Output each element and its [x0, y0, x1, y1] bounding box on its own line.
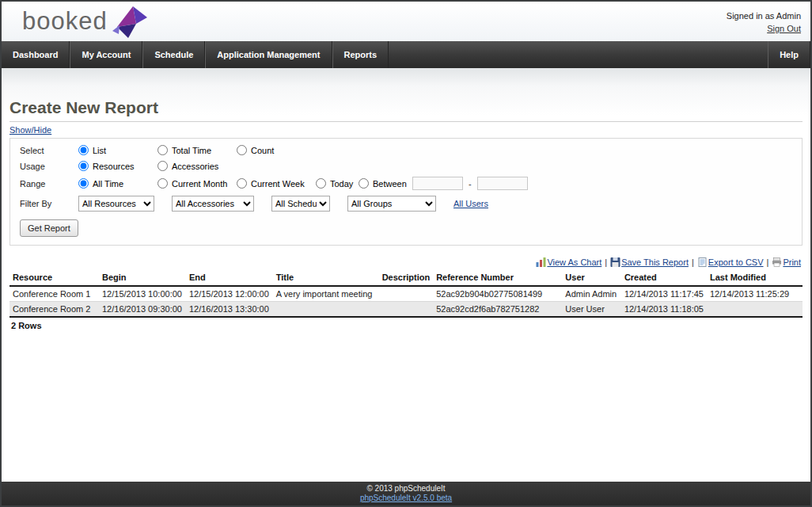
- accessories-filter-select[interactable]: All Accessories: [172, 196, 254, 212]
- cell-created: 12/14/2013 11:18:05: [621, 302, 707, 318]
- save-this-report-link[interactable]: Save This Report: [621, 257, 689, 267]
- schedules-filter-select[interactable]: All Schedules: [271, 196, 330, 212]
- col-header-last-modified: Last Modified: [707, 270, 803, 286]
- sign-out-link[interactable]: Sign Out: [767, 22, 801, 36]
- between-radio-label: Between: [373, 179, 407, 189]
- nav-item-my-account[interactable]: My Account: [70, 41, 142, 68]
- content-area: Create New Report Show/Hide Select List …: [2, 68, 810, 505]
- count-radio[interactable]: [237, 145, 247, 155]
- all-time-radio[interactable]: [78, 178, 89, 189]
- print-link[interactable]: Print: [783, 257, 801, 267]
- between-start-input[interactable]: [412, 177, 463, 190]
- cell-reference-number: 52ac92b904b02775081499: [433, 286, 562, 302]
- version-link[interactable]: phpScheduleIt v2.5.0 beta: [2, 494, 810, 502]
- nav-item-schedule[interactable]: Schedule: [142, 41, 205, 68]
- range-option-all-time[interactable]: All Time: [78, 178, 157, 189]
- count-radio-label: Count: [251, 146, 274, 155]
- select-option-count[interactable]: Count: [237, 145, 316, 155]
- nav-item-reports[interactable]: Reports: [332, 41, 389, 68]
- col-header-begin: Begin: [99, 270, 186, 286]
- all-users-link[interactable]: All Users: [453, 199, 488, 208]
- nav-spacer: [389, 41, 768, 68]
- copyright-text: © 2013 phpScheduleIt: [2, 484, 810, 493]
- between-end-input[interactable]: [477, 177, 528, 190]
- report-results-table: Resource Begin End Title Description Ref…: [9, 270, 803, 318]
- cell-description: [379, 302, 434, 318]
- range-option-between[interactable]: Between: [359, 178, 412, 189]
- cell-begin: 12/16/2013 09:30:00: [99, 302, 186, 318]
- col-header-created: Created: [621, 270, 707, 286]
- select-option-total-time[interactable]: Total Time: [157, 145, 237, 155]
- current-month-radio-label: Current Month: [172, 179, 227, 189]
- view-as-chart-link[interactable]: View As Chart: [547, 257, 601, 267]
- action-separator: |: [767, 257, 769, 267]
- total-time-radio-label: Total Time: [172, 146, 211, 155]
- range-option-current-week[interactable]: Current Week: [237, 178, 316, 189]
- resources-filter-select[interactable]: All Resources: [78, 196, 154, 212]
- range-option-current-month[interactable]: Current Month: [157, 178, 237, 189]
- usage-label: Usage: [20, 162, 78, 171]
- table-header: Resource Begin End Title Description Ref…: [9, 270, 803, 286]
- cell-reference-number: 52ac92cd2f6ab782751282: [433, 302, 562, 318]
- report-actions-bar: View As Chart| Save This Report| Export …: [11, 257, 801, 267]
- nav-item-application-management[interactable]: Application Management: [205, 41, 332, 68]
- total-time-radio[interactable]: [157, 145, 168, 155]
- today-radio[interactable]: [316, 178, 326, 189]
- cell-resource: Conference Room 2: [9, 302, 99, 318]
- row-count-text: 2 Rows: [11, 321, 801, 330]
- cell-user: User User: [562, 302, 621, 318]
- cell-end: 12/15/2013 12:00:00: [186, 286, 273, 302]
- col-header-user: User: [562, 270, 621, 286]
- select-option-list[interactable]: List: [78, 145, 157, 155]
- nav-item-dashboard[interactable]: Dashboard: [2, 41, 70, 68]
- between-radio[interactable]: [359, 178, 369, 189]
- usage-option-resources[interactable]: Resources: [78, 161, 157, 171]
- export-csv-icon: [697, 257, 708, 267]
- between-separator: -: [469, 179, 472, 189]
- signed-in-text: Signed in as Admin: [727, 10, 801, 23]
- export-to-csv-link[interactable]: Export to CSV: [708, 257, 764, 267]
- today-radio-label: Today: [330, 179, 353, 189]
- cell-end: 12/16/2013 13:30:00: [186, 302, 273, 318]
- col-header-resource: Resource: [9, 270, 99, 286]
- page-footer: © 2013 phpScheduleIt phpScheduleIt v2.5.…: [2, 482, 810, 505]
- accessories-radio[interactable]: [157, 161, 168, 171]
- logo-text: booked: [22, 7, 108, 36]
- booked-bird-icon: [112, 6, 147, 38]
- get-report-button[interactable]: Get Report: [20, 219, 78, 237]
- save-icon: [610, 257, 620, 267]
- cell-resource: Conference Room 1: [9, 286, 99, 302]
- current-week-radio-label: Current Week: [251, 179, 305, 189]
- app-window: booked Signed in as Admin Sign Out Dashb…: [0, 0, 812, 507]
- filter-by-label: Filter By: [20, 199, 78, 208]
- cell-last-modified: 12/14/2013 11:25:29: [707, 286, 803, 302]
- range-option-today[interactable]: Today: [316, 178, 359, 189]
- print-icon: [772, 257, 782, 267]
- usage-option-accessories[interactable]: Accessories: [157, 161, 237, 171]
- page-title: Create New Report: [9, 68, 803, 122]
- list-radio-label: List: [93, 146, 106, 155]
- groups-filter-select[interactable]: All Groups: [347, 196, 436, 212]
- all-time-radio-label: All Time: [93, 179, 123, 189]
- report-form: Select List Total Time Count Usage: [9, 138, 803, 246]
- chart-icon: [536, 257, 546, 267]
- nav-item-help[interactable]: Help: [768, 41, 810, 68]
- usage-row: Usage Resources Accessories: [20, 161, 792, 171]
- cell-title: [273, 302, 379, 318]
- resources-radio[interactable]: [78, 161, 89, 171]
- range-label: Range: [20, 179, 78, 189]
- show-hide-link[interactable]: Show/Hide: [9, 125, 51, 135]
- filter-row: Filter By All Resources All Accessories …: [20, 196, 792, 212]
- cell-begin: 12/15/2013 10:00:00: [99, 286, 186, 302]
- action-separator: |: [605, 257, 607, 267]
- cell-created: 12/14/2013 11:17:45: [621, 286, 707, 302]
- range-row: Range All Time Current Month Current Wee…: [20, 177, 792, 190]
- current-month-radio[interactable]: [157, 178, 168, 189]
- main-nav: Dashboard My Account Schedule Applicatio…: [2, 41, 810, 68]
- logo: booked: [22, 5, 147, 38]
- resources-radio-label: Resources: [93, 162, 135, 171]
- list-radio[interactable]: [78, 145, 89, 155]
- top-header: booked Signed in as Admin Sign Out: [2, 2, 810, 41]
- current-week-radio[interactable]: [237, 178, 247, 189]
- table-row: Conference Room 1 12/15/2013 10:00:00 12…: [9, 286, 803, 302]
